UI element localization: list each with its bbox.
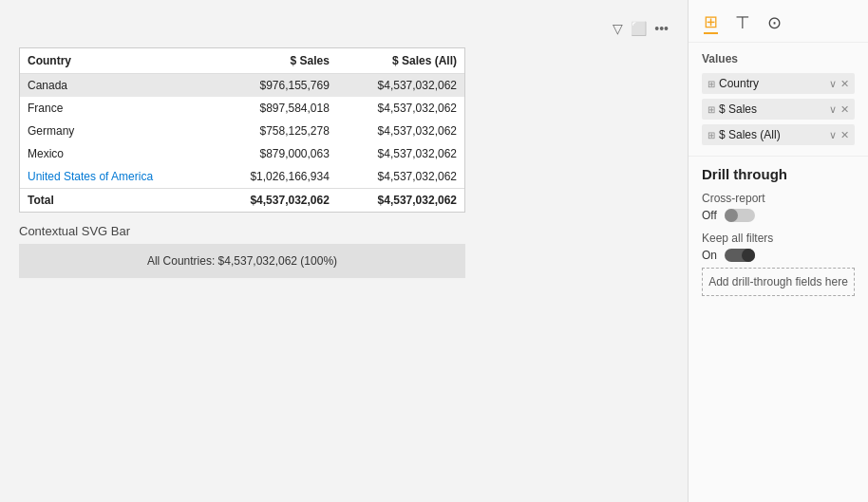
field-label-country: Country [719, 77, 759, 90]
cell-country: France [20, 97, 210, 120]
field-icon-sales: ⊞ [708, 104, 715, 115]
contextual-bar-text: All Countries: $4,537,032,062 (100%) [147, 254, 337, 268]
cell-country: United States of America [20, 165, 210, 189]
table-row[interactable]: Mexico$879,000,063$4,537,032,062 [20, 142, 464, 165]
col-header-country: Country [20, 48, 210, 74]
field-icon-sales-all: ⊞ [708, 130, 715, 140]
cell-country: Canada [20, 74, 210, 98]
settings-panel-icon[interactable]: ⊙ [767, 12, 782, 33]
table-row[interactable]: Canada$976,155,769$4,537,032,062 [20, 74, 464, 98]
field-chevron-country[interactable]: ∨ [829, 78, 837, 90]
field-label-sales: $ Sales [719, 102, 757, 116]
table-row[interactable]: United States of America$1,026,166,934$4… [20, 165, 464, 189]
cell-country: Mexico [20, 142, 210, 165]
field-chevron-sales[interactable]: ∨ [829, 103, 837, 116]
drill-through-title: Drill through [702, 166, 855, 182]
field-remove-country[interactable]: ✕ [840, 78, 849, 90]
filter-toolbar-icon[interactable]: ▽ [613, 21, 623, 36]
field-tag-sales[interactable]: ⊞ $ Sales ∨ ✕ [702, 99, 855, 120]
data-table: Country $ Sales $ Sales (All) Canada$976… [20, 48, 464, 212]
cross-report-toggle-wrap: Off [702, 209, 855, 222]
col-header-sales: $ Sales [210, 48, 337, 74]
cell-sales-all: $4,537,032,062 [337, 165, 464, 189]
widget-container: ▽ ⬜ ••• Country $ Sales $ Sales (All) Ca… [19, 47, 669, 213]
values-section: Values ⊞ Country ∨ ✕ ⊞ $ Sales ∨ ✕ ⊞ [689, 43, 868, 156]
cell-sales: $879,000,063 [210, 142, 337, 165]
right-panel: ⊞ ⊤ ⊙ Values ⊞ Country ∨ ✕ ⊞ $ Sales ∨ ✕ [688, 0, 868, 502]
more-toolbar-icon[interactable]: ••• [654, 21, 669, 36]
keep-filters-toggle[interactable] [725, 249, 755, 262]
filter-panel-icon[interactable]: ⊤ [735, 12, 750, 33]
cell-sales: $758,125,278 [210, 120, 337, 142]
expand-toolbar-icon[interactable]: ⬜ [631, 21, 647, 36]
field-tag-sales-all[interactable]: ⊞ $ Sales (All) ∨ ✕ [702, 124, 855, 145]
panel-icons: ⊞ ⊤ ⊙ [689, 0, 868, 43]
footer-label: Total [20, 189, 210, 213]
cell-sales: $976,155,769 [210, 74, 337, 98]
keep-filters-toggle-wrap: On [702, 249, 855, 262]
cell-country: Germany [20, 120, 210, 142]
contextual-bar: All Countries: $4,537,032,062 (100%) [19, 244, 465, 278]
cross-report-toggle[interactable] [725, 209, 755, 222]
table-row[interactable]: France$897,584,018$4,537,032,062 [20, 97, 464, 120]
cell-sales: $1,026,166,934 [210, 165, 337, 189]
col-header-sales-all: $ Sales (All) [337, 48, 464, 74]
field-tag-country[interactable]: ⊞ Country ∨ ✕ [702, 73, 855, 94]
drill-through-section: Drill through Cross-report Off Keep all … [689, 156, 868, 302]
field-chevron-sales-all[interactable]: ∨ [829, 129, 837, 141]
cross-report-thumb [725, 209, 738, 222]
table-panel-icon[interactable]: ⊞ [704, 11, 718, 34]
cross-report-state: Off [702, 209, 717, 222]
cell-sales-all: $4,537,032,062 [337, 142, 464, 165]
keep-filters-label: Keep all filters [702, 232, 855, 245]
table-widget: Country $ Sales $ Sales (All) Canada$976… [19, 47, 465, 213]
add-drill-through-btn[interactable]: Add drill-through fields here [702, 268, 855, 296]
keep-filters-state: On [702, 249, 717, 262]
field-icon-country: ⊞ [708, 79, 715, 89]
field-label-sales-all: $ Sales (All) [719, 128, 781, 141]
table-row[interactable]: Germany$758,125,278$4,537,032,062 [20, 120, 464, 142]
cell-sales: $897,584,018 [210, 97, 337, 120]
field-remove-sales[interactable]: ✕ [840, 103, 849, 116]
cell-sales-all: $4,537,032,062 [337, 97, 464, 120]
field-remove-sales-all[interactable]: ✕ [840, 129, 849, 141]
keep-filters-thumb [742, 249, 755, 262]
widget-toolbar: ▽ ⬜ ••• [613, 21, 669, 36]
cell-sales-all: $4,537,032,062 [337, 120, 464, 142]
cross-report-label: Cross-report [702, 192, 855, 205]
main-area: ▽ ⬜ ••• Country $ Sales $ Sales (All) Ca… [0, 0, 688, 502]
values-title: Values [702, 52, 855, 65]
contextual-label: Contextual SVG Bar [19, 224, 669, 238]
footer-sales: $4,537,032,062 [210, 189, 337, 213]
footer-sales-all: $4,537,032,062 [337, 189, 464, 213]
cell-sales-all: $4,537,032,062 [337, 74, 464, 98]
